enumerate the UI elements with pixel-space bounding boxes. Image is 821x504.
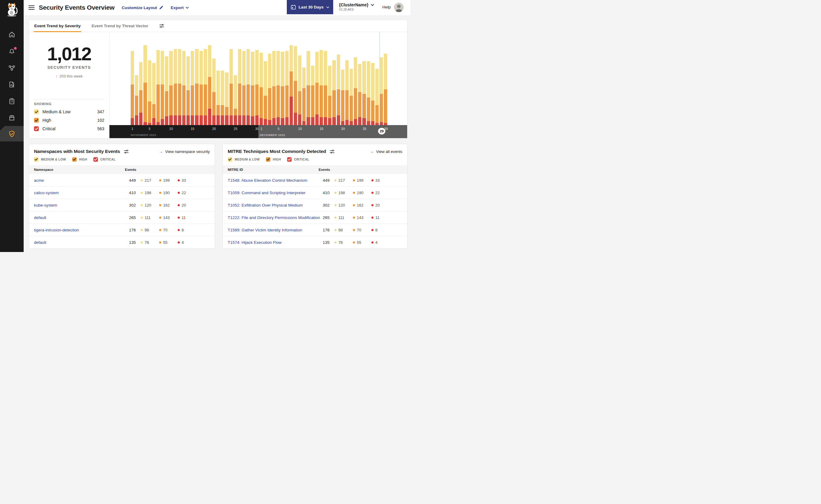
severity-filter-checkbox[interactable]: [228, 157, 232, 162]
chart-bar-day-12[interactable]: [307, 51, 310, 126]
severity-filter-critical[interactable]: CRITICAL: [93, 157, 116, 162]
chart-bar-day-16[interactable]: [195, 49, 198, 126]
chart-bar-day-5[interactable]: [277, 51, 280, 126]
chart-bar-day-15[interactable]: [191, 51, 194, 126]
severity-filter-critical[interactable]: CRITICAL: [287, 157, 310, 162]
sidebar-item-workloads[interactable]: [0, 109, 24, 126]
severity-filter-checkbox[interactable]: [287, 157, 292, 162]
chart-bar-day-20[interactable]: [341, 70, 344, 126]
severity-filter-medium-low[interactable]: MEDIUM & LOW: [228, 157, 260, 162]
view-all-events-link[interactable]: →View all events: [370, 149, 402, 154]
chart-bar-day-28[interactable]: [375, 69, 379, 126]
chart-bar-day-17[interactable]: [199, 51, 203, 126]
chart-bar-day-6[interactable]: [152, 63, 155, 126]
severity-checkbox-medium-low[interactable]: [34, 109, 39, 114]
chart-bar-day-24[interactable]: [230, 49, 233, 126]
selected-day-badge[interactable]: 29: [378, 128, 385, 134]
sidebar-item-reports[interactable]: [0, 76, 24, 93]
chart-bar-day-7[interactable]: [285, 51, 289, 126]
chart-bar-day-30[interactable]: [384, 54, 387, 126]
sidebar-item-service-graph[interactable]: [0, 59, 24, 76]
chart-bar-day-1[interactable]: [131, 51, 134, 126]
chart-bar-day-14[interactable]: [315, 52, 319, 126]
chart-bar-day-26[interactable]: [367, 61, 370, 126]
chart-bar-day-27[interactable]: [242, 51, 246, 126]
export-dropdown-button[interactable]: Export: [171, 5, 189, 10]
chart-bar-day-23[interactable]: [354, 57, 357, 126]
severity-filter-high[interactable]: HIGH: [266, 157, 281, 162]
mitre-technique-link[interactable]: T1548: Abuse Elevation Control Mechanism: [228, 178, 308, 183]
namespace-link[interactable]: tigera-intrusion-detection: [34, 228, 79, 232]
severity-filter-checkbox[interactable]: [72, 157, 77, 162]
chart-bar-day-1[interactable]: [260, 53, 263, 126]
chart-bar-day-22[interactable]: [350, 69, 353, 126]
hamburger-menu-button[interactable]: [28, 4, 35, 11]
mitre-technique-link[interactable]: T1574: Hijack Execution Flow: [228, 240, 282, 245]
chart-bar-day-26[interactable]: [238, 49, 241, 126]
mitre-technique-link[interactable]: T1589: Gather Victim Identity Informatio…: [228, 228, 302, 232]
chart-bar-day-2[interactable]: [264, 61, 267, 126]
chart-bar-day-13[interactable]: [182, 51, 185, 126]
mitre-technique-link[interactable]: T1222: File and Directory Permissions Mo…: [228, 215, 320, 220]
chart-bar-day-25[interactable]: [234, 75, 237, 126]
namespace-link[interactable]: kube-system: [34, 203, 57, 207]
tab-event-trend-by-severity[interactable]: Event Trend by Severity: [34, 20, 81, 32]
sidebar-item-alerts[interactable]: [0, 43, 24, 59]
sidebar-item-home[interactable]: [0, 26, 24, 43]
filter-sliders-icon[interactable]: [330, 149, 335, 154]
chart-bar-day-25[interactable]: [362, 61, 366, 126]
tab-event-trend-by-threat-vector[interactable]: Event Trend by Threat Vector: [91, 20, 148, 32]
chart-bar-day-13[interactable]: [311, 66, 314, 126]
chart-bar-day-9[interactable]: [294, 46, 297, 126]
chart-bar-day-23[interactable]: [225, 72, 228, 126]
chart-bar-day-5[interactable]: [148, 60, 151, 126]
chart-bar-day-16[interactable]: [324, 51, 327, 126]
severity-checkbox-high[interactable]: [34, 118, 39, 123]
chart-bar-day-20[interactable]: [212, 58, 216, 126]
chart-bar-day-4[interactable]: [143, 45, 147, 126]
namespace-link[interactable]: calico-system: [34, 191, 59, 195]
chart-bar-day-22[interactable]: [221, 71, 224, 126]
chart-bar-day-21[interactable]: [217, 71, 220, 126]
chart-bar-day-4[interactable]: [272, 51, 276, 126]
chart-bar-day-15[interactable]: [320, 50, 323, 126]
view-namespace-security-link[interactable]: →View namespace security: [159, 149, 210, 154]
chart-bar-day-19[interactable]: [208, 45, 211, 126]
chart-bar-day-3[interactable]: [268, 54, 271, 126]
severity-filter-high[interactable]: HIGH: [72, 157, 87, 162]
customize-layout-button[interactable]: Customize Layout: [122, 5, 163, 10]
chart-bar-day-10[interactable]: [298, 55, 301, 126]
help-link[interactable]: Help: [382, 5, 391, 9]
chart-bar-day-17[interactable]: [328, 66, 331, 126]
chart-bar-day-8[interactable]: [161, 51, 164, 126]
chart-bar-day-18[interactable]: [204, 49, 207, 126]
chart-bar-day-7[interactable]: [156, 50, 160, 126]
severity-filter-checkbox[interactable]: [266, 157, 271, 162]
chart-bar-day-27[interactable]: [371, 63, 374, 126]
chart-bar-day-6[interactable]: [281, 52, 284, 126]
severity-checkbox-critical[interactable]: [34, 126, 39, 131]
sidebar-item-security-events[interactable]: [0, 126, 24, 141]
chart-bar-day-28[interactable]: [247, 49, 250, 126]
chart-bar-day-11[interactable]: [302, 68, 306, 126]
filter-sliders-icon[interactable]: [124, 149, 129, 154]
namespace-link[interactable]: acme: [34, 178, 44, 183]
mitre-technique-link[interactable]: T1052: Exfiltration Over Physical Medium: [228, 203, 303, 207]
chart-bar-day-10[interactable]: [169, 51, 172, 126]
severity-filter-checkbox[interactable]: [93, 157, 98, 162]
filter-sliders-icon[interactable]: [159, 24, 164, 28]
chart-bar-day-29[interactable]: [251, 52, 254, 126]
mitre-technique-link[interactable]: T1059: Command and Scripting Interpreter: [228, 191, 306, 195]
sidebar-item-compliance[interactable]: [0, 93, 24, 109]
chart-bar-day-11[interactable]: [174, 49, 177, 126]
user-avatar[interactable]: [394, 3, 404, 12]
chart-bar-day-3[interactable]: [139, 62, 142, 126]
cluster-selector[interactable]: {ClusterName} V1.26 AKS: [339, 2, 374, 11]
chart-bar-day-12[interactable]: [178, 49, 181, 126]
namespace-link[interactable]: default: [34, 240, 46, 245]
chart-bar-day-2[interactable]: [135, 75, 138, 126]
chart-bar-day-9[interactable]: [165, 56, 168, 126]
chart-bar-day-21[interactable]: [345, 60, 349, 126]
severity-filter-checkbox[interactable]: [34, 157, 38, 162]
chart-bar-day-14[interactable]: [186, 56, 190, 126]
